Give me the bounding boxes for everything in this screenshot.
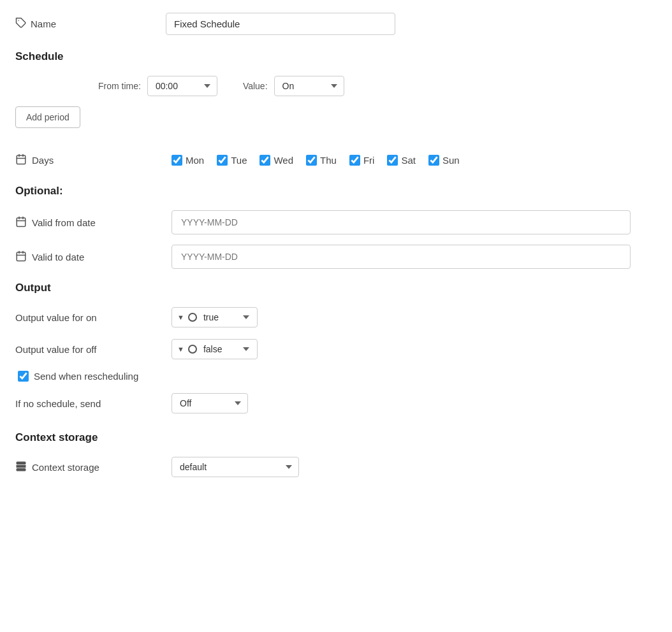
valid-from-input[interactable] — [172, 210, 631, 234]
no-schedule-label: If no schedule, send — [15, 398, 172, 409]
day-sat-checkbox[interactable] — [387, 155, 398, 166]
days-label: Days — [15, 154, 172, 167]
output-off-row: Output value for off ▼ false true 1 0 — [15, 339, 657, 359]
day-mon[interactable]: Mon — [172, 155, 204, 166]
svg-rect-1 — [17, 155, 26, 164]
output-off-label: Output value for off — [15, 344, 172, 355]
day-thu-label: Thu — [320, 155, 337, 166]
output-section-title: Output — [15, 282, 657, 294]
valid-to-input[interactable] — [172, 245, 631, 269]
context-storage-section-title: Context storage — [15, 431, 657, 444]
name-field-label: Name — [31, 18, 56, 29]
name-row: Name — [15, 13, 657, 35]
day-mon-checkbox[interactable] — [172, 155, 182, 166]
name-label: Name — [15, 17, 156, 31]
send-rescheduling-label[interactable]: Send when rescheduling — [34, 371, 138, 382]
day-wed[interactable]: Wed — [259, 155, 293, 166]
day-sun-label: Sun — [442, 155, 460, 166]
value-group: Value: On Off — [243, 76, 344, 96]
output-section: Output Output value for on ▼ true false … — [15, 282, 657, 413]
optional-section: Optional: Valid from date — [15, 185, 657, 269]
day-wed-checkbox[interactable] — [259, 155, 270, 166]
from-time-label: From time: — [98, 81, 141, 91]
day-wed-label: Wed — [274, 155, 293, 166]
day-fri-checkbox[interactable] — [349, 155, 360, 166]
from-time-group: From time: 00:00 01:00 02:00 03:00 04:00… — [98, 76, 217, 96]
optional-section-title: Optional: — [15, 185, 657, 198]
valid-to-label: Valid to date — [15, 250, 172, 264]
svg-rect-5 — [17, 218, 26, 227]
context-storage-text: Context storage — [32, 462, 99, 473]
svg-rect-15 — [17, 468, 26, 471]
output-on-circle-icon — [188, 313, 197, 322]
valid-to-icon — [15, 250, 27, 264]
value-select[interactable]: On Off — [274, 76, 344, 96]
day-mon-label: Mon — [186, 155, 204, 166]
tag-icon — [15, 17, 27, 31]
context-storage-label: Context storage — [15, 461, 172, 474]
send-rescheduling-checkbox[interactable] — [18, 371, 29, 382]
context-storage-row: Context storage default file memory — [15, 457, 657, 477]
day-tue-label: Tue — [231, 155, 247, 166]
day-sat[interactable]: Sat — [387, 155, 416, 166]
send-rescheduling-row: Send when rescheduling — [15, 371, 657, 382]
day-thu-checkbox[interactable] — [306, 155, 317, 166]
output-on-dropdown-icon: ▼ — [177, 313, 184, 321]
day-fri[interactable]: Fri — [349, 155, 375, 166]
valid-from-text: Valid from date — [32, 217, 96, 228]
days-text: Days — [32, 155, 54, 166]
svg-rect-9 — [17, 252, 26, 261]
day-sun[interactable]: Sun — [428, 155, 460, 166]
day-fri-label: Fri — [363, 155, 375, 166]
output-on-select[interactable]: true false 1 0 — [201, 310, 252, 324]
context-storage-select[interactable]: default file memory — [172, 457, 299, 477]
context-storage-section: Context storage Context storage default … — [15, 431, 657, 477]
name-input[interactable] — [166, 13, 395, 35]
output-off-select[interactable]: false true 1 0 — [201, 342, 252, 356]
output-on-label: Output value for on — [15, 312, 172, 323]
svg-rect-13 — [17, 461, 26, 464]
period-row: From time: 00:00 01:00 02:00 03:00 04:00… — [15, 76, 657, 96]
svg-rect-14 — [17, 464, 26, 468]
day-tue-checkbox[interactable] — [217, 155, 228, 166]
no-schedule-select[interactable]: Off On Nothing — [172, 393, 248, 413]
valid-from-row: Valid from date — [15, 210, 657, 234]
output-off-select-wrapper: ▼ false true 1 0 — [172, 339, 258, 359]
calendar-icon — [15, 154, 27, 167]
output-on-row: Output value for on ▼ true false 1 0 — [15, 307, 657, 327]
valid-from-icon — [15, 216, 27, 229]
day-tue[interactable]: Tue — [217, 155, 247, 166]
day-sat-label: Sat — [401, 155, 416, 166]
no-schedule-row: If no schedule, send Off On Nothing — [15, 393, 657, 413]
add-period-button[interactable]: Add period — [15, 106, 80, 128]
output-on-select-wrapper: ▼ true false 1 0 — [172, 307, 258, 327]
valid-from-label: Valid from date — [15, 216, 172, 229]
from-time-select[interactable]: 00:00 01:00 02:00 03:00 04:00 05:00 06:0… — [147, 76, 217, 96]
output-off-dropdown-icon: ▼ — [177, 345, 184, 353]
day-sun-checkbox[interactable] — [428, 155, 439, 166]
database-icon — [15, 461, 27, 474]
days-row: Days Mon Tue Wed Thu Fri Sat Sun — [15, 154, 657, 167]
valid-to-text: Valid to date — [32, 252, 84, 262]
day-thu[interactable]: Thu — [306, 155, 337, 166]
value-label: Value: — [243, 81, 268, 91]
output-off-circle-icon — [188, 345, 197, 354]
schedule-section: Schedule From time: 00:00 01:00 02:00 03… — [15, 50, 657, 141]
valid-to-row: Valid to date — [15, 245, 657, 269]
days-checkboxes: Mon Tue Wed Thu Fri Sat Sun — [172, 155, 460, 166]
schedule-section-title: Schedule — [15, 50, 657, 63]
